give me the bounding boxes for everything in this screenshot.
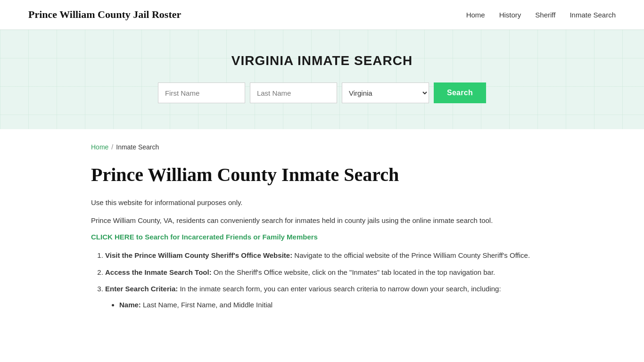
state-select[interactable]: Virginia xyxy=(342,82,429,103)
list-item: Enter Search Criteria: In the inmate sea… xyxy=(105,283,553,311)
hero-title: VIRGINIA INMATE SEARCH xyxy=(9,53,635,68)
step-3-bold: Enter Search Criteria: xyxy=(105,285,178,293)
list-item: Name: Last Name, First Name, and Middle … xyxy=(119,299,553,311)
breadcrumb-home[interactable]: Home xyxy=(91,143,108,151)
step-1-text: Navigate to the official website of the … xyxy=(294,251,530,259)
search-button[interactable]: Search xyxy=(434,82,486,103)
intro-para-1: Use this website for informational purpo… xyxy=(91,197,553,208)
sub-item-bold: Name: xyxy=(119,301,141,309)
nav-home[interactable]: Home xyxy=(466,11,485,19)
site-logo[interactable]: Prince William County Jail Roster xyxy=(28,8,181,21)
last-name-input[interactable] xyxy=(250,82,337,103)
main-nav: Home History Sheriff Inmate Search xyxy=(466,11,616,19)
breadcrumb-separator: / xyxy=(111,143,113,151)
main-content: Home / Inmate Search Prince William Coun… xyxy=(63,129,581,344)
breadcrumb: Home / Inmate Search xyxy=(91,143,553,151)
intro-para-2: Prince William County, VA, residents can… xyxy=(91,215,553,226)
page-title: Prince William County Inmate Search xyxy=(91,164,553,186)
click-here-link[interactable]: CLICK HERE to Search for Incarcerated Fr… xyxy=(91,233,318,241)
steps-list: Visit the Prince William County Sheriff'… xyxy=(91,249,553,311)
step-3-text: In the inmate search form, you can enter… xyxy=(180,285,501,293)
nav-history[interactable]: History xyxy=(499,11,521,19)
breadcrumb-current: Inmate Search xyxy=(116,143,159,151)
first-name-input[interactable] xyxy=(158,82,245,103)
list-item: Access the Inmate Search Tool: On the Sh… xyxy=(105,266,553,279)
nav-sheriff[interactable]: Sheriff xyxy=(535,11,555,19)
header: Prince William County Jail Roster Home H… xyxy=(0,0,644,30)
hero-section: VIRGINIA INMATE SEARCH Virginia Search xyxy=(0,30,644,129)
sub-list: Name: Last Name, First Name, and Middle … xyxy=(105,299,553,311)
step-2-text: On the Sheriff's Office website, click o… xyxy=(214,268,495,276)
list-item: Visit the Prince William County Sheriff'… xyxy=(105,249,553,262)
search-form: Virginia Search xyxy=(9,82,635,103)
step-2-bold: Access the Inmate Search Tool: xyxy=(105,268,212,276)
nav-inmate-search[interactable]: Inmate Search xyxy=(570,11,616,19)
step-1-bold: Visit the Prince William County Sheriff'… xyxy=(105,251,292,259)
sub-item-text: Last Name, First Name, and Middle Initia… xyxy=(143,301,272,309)
